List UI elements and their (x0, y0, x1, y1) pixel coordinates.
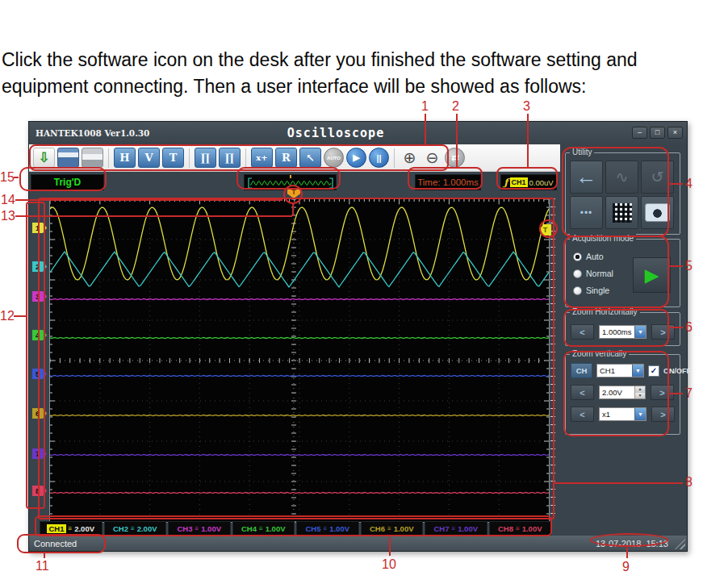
timebase-select[interactable]: 1.000ms ▼ (599, 325, 647, 339)
volts-increase-button[interactable]: > (651, 385, 674, 400)
waveform-ch3 (50, 299, 549, 300)
callout-13-label: 13 (1, 209, 15, 223)
spin-up-icon[interactable]: ▲ (635, 386, 645, 393)
coupling-icon: ≡ (516, 525, 520, 532)
channel-status-ch4[interactable]: CH4≡1.00V (232, 521, 295, 536)
spin-down-icon[interactable]: ▼ (635, 393, 645, 399)
zoom-horizontal-label: Zoom Horizontally (570, 307, 640, 316)
more-options-button[interactable]: ••• (570, 196, 603, 229)
channel-select[interactable]: CH1 ▼ (596, 364, 644, 377)
back-button[interactable]: ← (570, 161, 603, 194)
coupling-icon: ≡ (324, 525, 328, 532)
channel-marker-ch3[interactable]: 3 (32, 291, 47, 302)
channel-status-ch7[interactable]: CH7≡1.00V (425, 521, 487, 536)
channel-volts: 2.00V (74, 524, 94, 533)
trigger-menu-button[interactable]: T (162, 148, 184, 168)
toolbar-separator (108, 148, 109, 168)
chevron-down-icon[interactable]: ▼ (634, 408, 646, 420)
channel-name: CH6 (370, 524, 385, 533)
radio-normal[interactable]: Normal (573, 269, 613, 278)
chevron-down-icon[interactable]: ▼ (632, 365, 643, 377)
volts-spinner[interactable]: 2.00V ▲ ▼ (599, 386, 646, 399)
timebase-prev-button[interactable]: < (571, 324, 594, 340)
channel-status-ch2[interactable]: CH2≡2.00V (104, 521, 167, 536)
acquisition-options: AutoNormalSingle (573, 252, 613, 295)
qrcode-button[interactable] (605, 196, 638, 229)
channel-name: CH2 (113, 524, 128, 533)
wave-record-button[interactable]: ∿ (605, 161, 638, 194)
channel-volts: 1.00V (201, 524, 221, 533)
start-button[interactable]: ▶ (346, 148, 366, 168)
pause-button[interactable]: || (369, 148, 389, 168)
channel-marker-ch8[interactable]: 8 (32, 486, 47, 496)
channel-marker-ch7[interactable]: 7 (32, 448, 47, 459)
channel-marker-ch6[interactable]: 6 (32, 408, 47, 419)
channel-status-ch8[interactable]: CH8≡1.00V (489, 521, 552, 536)
pass-fail-button[interactable]: ⇄ (445, 148, 465, 168)
waveform-measure-button[interactable]: ∏ (219, 148, 241, 168)
app-version: HANTEK1008 Ver1.0.30 (36, 128, 149, 138)
channel-marker-ch1[interactable]: 1 (32, 223, 47, 233)
scale-increase-button[interactable]: > (651, 407, 675, 422)
trigger-position-marker[interactable]: T (287, 188, 300, 198)
waveform-ch6 (50, 415, 549, 416)
channel-status-ch1[interactable]: CH1≡2.00V (40, 521, 103, 536)
trigger-edge-icon: ƒ (504, 177, 508, 188)
autoset-button[interactable]: AUTO (324, 148, 344, 168)
trigger-level-value: 0.00uV (529, 178, 554, 187)
channel-marker-ch2[interactable]: 2 (32, 261, 47, 272)
channel-status-ch5[interactable]: CH5≡1.00V (296, 521, 359, 536)
channel-marker-ch5[interactable]: 5 (32, 369, 47, 379)
vertical-menu-button[interactable]: V (138, 148, 160, 168)
channel-status-ch6[interactable]: CH6≡1.00V (361, 521, 424, 536)
window-title: Oscilloscope (271, 126, 400, 140)
close-button[interactable]: × (667, 127, 683, 139)
datetime: 13-07-2018 15:13 (596, 539, 668, 548)
radio-icon (573, 252, 582, 261)
open-button[interactable]: ⇩ (33, 148, 55, 168)
waveform-ch7 (50, 455, 549, 456)
toolbar: ⇩HVT∏∏x+R↖AUTO▶||⊕⊖⇄ (29, 144, 560, 172)
recall-button[interactable]: ↺ (641, 161, 674, 194)
square-wave-button[interactable]: ∏ (195, 148, 216, 168)
channel-marker-ch4[interactable]: 4 (32, 330, 47, 340)
scale-decrease-button[interactable]: < (571, 407, 594, 422)
minimize-button[interactable]: – (632, 127, 647, 139)
radio-label: Single (586, 286, 609, 295)
zoom-in-button[interactable]: ⊕ (400, 148, 420, 167)
scale-select[interactable]: x1 ▼ (599, 407, 647, 421)
pointer-button[interactable]: ↖ (299, 148, 321, 168)
volts-decrease-button[interactable]: < (571, 385, 594, 400)
save-button[interactable] (57, 148, 79, 168)
timebase-value: 1.000ms (600, 326, 634, 338)
screenshot-button[interactable] (641, 196, 674, 229)
channel-status-ch3[interactable]: CH3≡1.00V (168, 521, 231, 536)
status-bar: Connected 13-07-2018 15:13 (29, 536, 687, 551)
zoom-out-button[interactable]: ⊖ (422, 148, 442, 167)
maximize-button[interactable]: □ (650, 127, 665, 139)
horizontal-menu-button[interactable]: H (114, 148, 136, 168)
print-button[interactable] (82, 148, 103, 168)
utility-group: Utility ←∿↺••• (565, 152, 680, 235)
refresh-r-button[interactable]: R (275, 148, 297, 168)
waveform-display[interactable]: T (49, 198, 550, 523)
run-button[interactable]: ▶ (633, 257, 671, 293)
callout-12-line (14, 315, 26, 317)
window-controls: – □ × (632, 127, 683, 139)
timebase-next-button[interactable]: > (651, 324, 675, 340)
coupling-icon: ≡ (452, 525, 456, 532)
channel-name: CH7 (433, 524, 449, 533)
ch-button[interactable]: CH (571, 363, 592, 378)
channel-onoff-checkbox[interactable]: ✓ (648, 365, 659, 377)
radio-auto[interactable]: Auto (573, 252, 613, 261)
chevron-down-icon[interactable]: ▼ (634, 326, 646, 338)
callout-3-label: 3 (523, 99, 530, 114)
titlebar: HANTEK1008 Ver1.0.30 Oscilloscope – □ × (29, 122, 687, 144)
radio-icon (573, 269, 582, 278)
channel-name: CH8 (498, 524, 513, 533)
radio-single[interactable]: Single (573, 286, 613, 295)
resize-grip[interactable] (675, 539, 685, 549)
callout-15-label: 15 (0, 170, 15, 185)
channel-select-value: CH1 (597, 365, 632, 377)
cursor-measure-button[interactable]: x+ (251, 148, 273, 168)
